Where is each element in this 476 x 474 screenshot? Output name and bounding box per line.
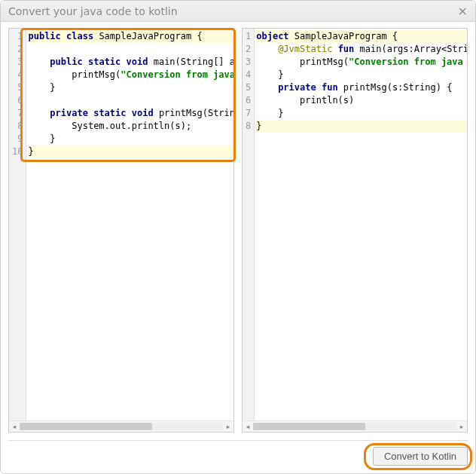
java-scroll-track[interactable]: [20, 423, 223, 430]
code-line[interactable]: }: [28, 81, 233, 94]
line-number: 5: [12, 81, 23, 94]
java-pane-wrap: 12345678910 public class SampleJavaProgr…: [8, 28, 234, 433]
line-number: 2: [12, 43, 23, 56]
scroll-right-icon[interactable]: ▸: [456, 421, 467, 432]
code-line[interactable]: public class SampleJavaProgram {: [28, 30, 233, 43]
code-line[interactable]: printMsg("Conversion from java file to k…: [256, 56, 467, 69]
scroll-left-icon[interactable]: ◂: [243, 421, 253, 432]
code-line[interactable]: printMsg("Conversion from java file to k…: [28, 69, 233, 81]
window-titlebar: Convert your java code to kotlin ×: [1, 1, 475, 22]
code-line[interactable]: }: [256, 69, 467, 81]
code-line[interactable]: object SampleJavaProgram {: [256, 30, 467, 43]
java-editor[interactable]: 12345678910 public class SampleJavaProgr…: [8, 28, 234, 433]
code-line[interactable]: private fun printMsg(s:String) {: [256, 81, 467, 94]
line-number: 4: [12, 69, 23, 81]
code-line[interactable]: }: [256, 107, 467, 120]
code-line[interactable]: public static void main(String[] args){: [28, 56, 233, 69]
line-number: 1: [246, 30, 251, 43]
dialog-body: 12345678910 public class SampleJavaProgr…: [1, 22, 475, 473]
kotlin-pane-wrap: 12345678 object SampleJavaProgram { @Jvm…: [242, 28, 468, 433]
line-number: 6: [246, 94, 251, 107]
kotlin-scroll-thumb[interactable]: [253, 423, 365, 430]
line-number: 1: [12, 30, 23, 43]
code-line[interactable]: println(s): [256, 94, 467, 107]
java-code-area[interactable]: 12345678910 public class SampleJavaProgr…: [9, 29, 233, 420]
code-line[interactable]: [28, 43, 233, 56]
code-line[interactable]: }: [256, 120, 467, 133]
kotlin-gutter: 12345678: [243, 29, 255, 420]
footer: Convert to Kotlin: [8, 440, 468, 466]
java-scroll-thumb[interactable]: [20, 423, 152, 430]
line-number: 4: [246, 69, 251, 81]
kotlin-code-area[interactable]: 12345678 object SampleJavaProgram { @Jvm…: [243, 29, 467, 420]
line-number: 5: [246, 81, 251, 94]
line-number: 7: [12, 107, 23, 120]
kotlin-hscroll[interactable]: ◂ ▸: [243, 420, 467, 432]
kotlin-editor[interactable]: 12345678 object SampleJavaProgram { @Jvm…: [242, 28, 468, 433]
line-number: 2: [246, 43, 251, 56]
line-number: 8: [246, 120, 251, 133]
line-number: 7: [246, 107, 251, 120]
line-number: 3: [12, 56, 23, 69]
scroll-left-icon[interactable]: ◂: [9, 421, 20, 432]
code-line[interactable]: [28, 94, 233, 107]
line-number: 10: [12, 145, 23, 158]
close-icon[interactable]: ×: [458, 4, 468, 18]
code-line[interactable]: @JvmStatic fun main(args:Array<String>) …: [256, 43, 467, 56]
kotlin-code[interactable]: object SampleJavaProgram { @JvmStatic fu…: [255, 29, 467, 420]
code-line[interactable]: private static void printMsg(String s) {: [28, 107, 233, 120]
line-number: 8: [12, 120, 23, 133]
kotlin-scroll-track[interactable]: [253, 423, 456, 430]
line-number: 6: [12, 94, 23, 107]
java-hscroll[interactable]: ◂ ▸: [9, 420, 233, 432]
code-line[interactable]: System.out.println(s);: [28, 120, 233, 133]
code-line[interactable]: }: [28, 133, 233, 145]
line-number: 3: [246, 56, 251, 69]
java-gutter: 12345678910: [9, 29, 26, 420]
java-code[interactable]: public class SampleJavaProgram { public …: [26, 29, 233, 420]
code-line[interactable]: }: [28, 145, 233, 158]
line-number: 9: [12, 133, 23, 145]
convert-to-kotlin-button[interactable]: Convert to Kotlin: [373, 447, 468, 466]
window-title: Convert your java code to kotlin: [8, 5, 178, 17]
scroll-right-icon[interactable]: ▸: [223, 421, 233, 432]
editor-panes: 12345678910 public class SampleJavaProgr…: [8, 28, 468, 433]
